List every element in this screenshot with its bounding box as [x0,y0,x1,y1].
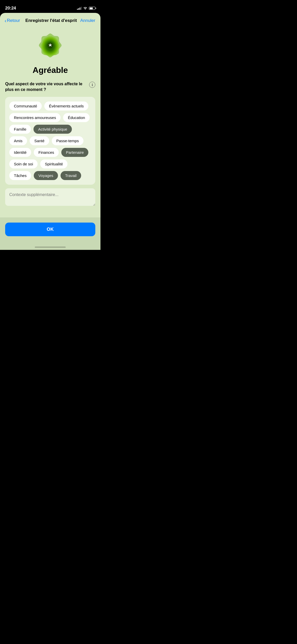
tag-item[interactable]: Tâches [9,171,31,180]
tag-item[interactable]: Identité [9,148,31,157]
page-title: Enregistrer l'état d'esprit [26,18,77,23]
mood-title: Agréable [0,65,100,75]
info-icon[interactable]: ℹ [89,82,95,88]
phone-wrapper: 20:24 ‹ Retour Enregistrer l'état d'espr… [0,0,100,250]
question-section: Quel aspect de votre vie vous affecte le… [0,81,100,185]
tag-item[interactable]: Finances [34,148,59,157]
wifi-icon [83,6,87,10]
tag-item[interactable]: Activité physique [33,125,72,134]
home-bar [35,247,66,248]
back-label: Retour [7,18,20,23]
signal-icon [77,7,82,10]
tag-item[interactable]: Rencontres amoureuses [9,113,61,122]
mood-icon-container [0,29,100,60]
tag-item[interactable]: Amis [9,136,27,145]
nav-bar: ‹ Retour Enregistrer l'état d'esprit Ann… [0,13,100,27]
tag-item[interactable]: Partenaire [61,148,88,157]
tag-item[interactable]: Passe-temps [52,136,84,145]
tag-item[interactable]: Spiritualité [40,159,67,168]
tag-item[interactable]: Communauté [9,101,42,111]
cancel-button[interactable]: Annuler [80,18,95,23]
status-time: 20:24 [5,6,16,11]
main-content: ‹ Retour Enregistrer l'état d'esprit Ann… [0,13,100,217]
question-text: Quel aspect de votre vie vous affecte le… [5,81,89,93]
ok-button[interactable]: OK [5,223,95,236]
status-bar: 20:24 [0,0,100,13]
tag-item[interactable]: Éducation [63,113,90,122]
battery-icon [89,7,95,10]
tag-item[interactable]: Santé [30,136,49,145]
back-button[interactable]: ‹ Retour [3,17,22,24]
tag-item[interactable]: Famille [9,125,31,134]
bottom-area: OK [0,217,100,244]
tag-item[interactable]: Évènements actuels [44,101,88,111]
chevron-left-icon: ‹ [5,18,6,23]
context-input[interactable] [5,188,95,206]
question-row: Quel aspect de votre vie vous affecte le… [5,81,95,93]
tag-item[interactable]: Soin de soi [9,159,38,168]
tag-item[interactable]: Travail [61,171,81,180]
tags-container: CommunautéÉvènements actuelsRencontres a… [5,97,95,185]
status-icons [77,6,95,10]
home-indicator [0,244,100,250]
mood-flower-icon [35,29,66,60]
tag-item[interactable]: Voyages [34,171,58,180]
